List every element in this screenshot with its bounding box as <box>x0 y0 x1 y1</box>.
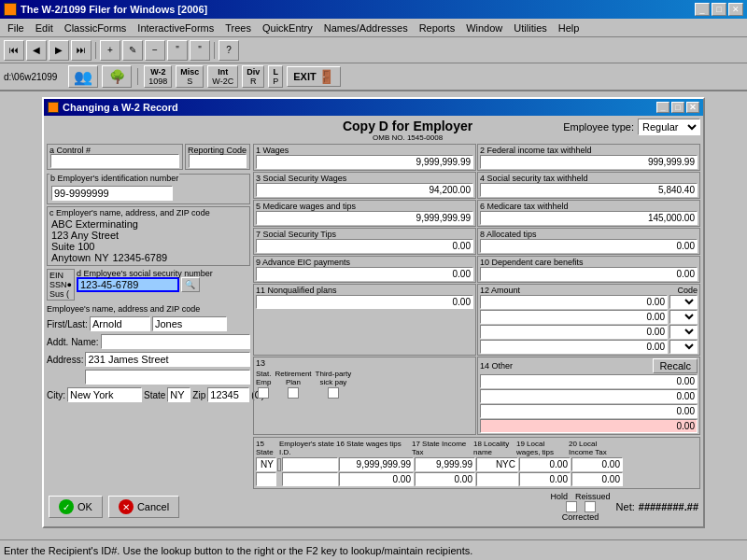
address-input[interactable] <box>85 352 250 367</box>
box12d-code-select[interactable] <box>669 340 698 354</box>
box11-input[interactable] <box>256 295 473 309</box>
control-input[interactable] <box>50 154 179 168</box>
dialog-close-btn[interactable]: ✕ <box>686 102 699 113</box>
copy-btn[interactable]: " <box>167 40 188 61</box>
box10-input[interactable] <box>480 267 698 281</box>
nav-next-btn[interactable]: ▶ <box>49 40 69 61</box>
box4-input[interactable] <box>480 183 698 197</box>
ssn-lookup-btn[interactable]: 🔍 <box>181 277 200 292</box>
last-name-input[interactable] <box>152 316 227 331</box>
box12b-input[interactable] <box>480 310 668 324</box>
box18-input2[interactable] <box>476 472 518 486</box>
box12d-input[interactable] <box>480 340 668 354</box>
addt-name-input[interactable] <box>101 334 250 349</box>
edit-btn[interactable]: ✎ <box>122 40 143 61</box>
box20-input2[interactable] <box>571 472 623 486</box>
box19-input[interactable] <box>519 457 571 471</box>
cancel-button[interactable]: ✕ Cancel <box>108 496 179 518</box>
int-form-btn[interactable]: Int W-2C <box>207 65 238 88</box>
w2-form-btn[interactable]: W-2 1098 <box>144 65 172 88</box>
box3-input[interactable] <box>256 183 473 197</box>
employee-type-select[interactable]: Regular Statutory Pension 943 <box>638 119 700 135</box>
menu-classicforms[interactable]: ClassicForms <box>59 21 133 35</box>
minimize-btn[interactable]: _ <box>695 3 710 16</box>
box14c-input[interactable] <box>480 404 698 418</box>
ssn-label: d Employee's social security number <box>77 269 213 278</box>
address2-input[interactable] <box>85 370 250 385</box>
hold-checkbox[interactable] <box>566 501 577 512</box>
menu-reports[interactable]: Reports <box>414 21 461 35</box>
add-btn[interactable]: + <box>100 40 120 61</box>
reissued-checkbox[interactable] <box>585 501 596 512</box>
city-input[interactable] <box>67 387 142 402</box>
box12c-code-select[interactable] <box>669 325 698 339</box>
menu-file[interactable]: File <box>2 21 30 35</box>
menu-utilities[interactable]: Utilities <box>508 21 552 35</box>
ssn-input[interactable] <box>77 277 179 292</box>
dialog-maximize-btn[interactable]: □ <box>671 102 684 113</box>
box12a-code-select[interactable] <box>669 295 698 309</box>
ein-input[interactable] <box>51 186 173 201</box>
ok-button[interactable]: ✓ OK <box>49 496 103 518</box>
box9-input[interactable] <box>256 267 473 281</box>
box14a-input[interactable] <box>480 374 698 388</box>
title-bar: The W-2/1099 Filer for Windows [2006] _ … <box>0 0 747 19</box>
box15-ein-input[interactable] <box>282 457 338 471</box>
menu-help[interactable]: Help <box>553 21 585 35</box>
menu-edit[interactable]: Edit <box>30 21 59 35</box>
menu-names[interactable]: Names/Addresses <box>318 21 414 35</box>
box5-input[interactable] <box>256 211 473 225</box>
box7-input[interactable] <box>256 239 473 253</box>
box2-input[interactable] <box>480 155 698 169</box>
box17-input2[interactable] <box>415 472 475 486</box>
close-btn[interactable]: ✕ <box>728 3 743 16</box>
employer-addr2: Suite 100 <box>51 241 246 252</box>
box16-input[interactable] <box>339 457 414 471</box>
box12a-input[interactable] <box>480 295 668 309</box>
menu-interactiveforms[interactable]: InteractiveForms <box>132 21 219 35</box>
delete-btn[interactable]: − <box>145 40 165 61</box>
box8-input[interactable] <box>480 239 698 253</box>
first-name-input[interactable] <box>90 316 150 331</box>
box15-state-input[interactable] <box>256 457 276 471</box>
box15-state-input2[interactable] <box>256 472 276 486</box>
dialog-minimize-btn[interactable]: _ <box>656 102 669 113</box>
box20-input[interactable] <box>571 457 623 471</box>
box16-input2[interactable] <box>339 472 414 486</box>
box13-third-checkbox[interactable] <box>328 387 339 399</box>
maximize-btn[interactable]: □ <box>712 3 726 16</box>
box19-input2[interactable] <box>519 472 571 486</box>
box6-input[interactable] <box>480 211 698 225</box>
box14d-input[interactable] <box>480 419 698 433</box>
box18-input[interactable] <box>476 457 518 471</box>
zip-input[interactable] <box>207 387 249 402</box>
box15-dropdown-btn[interactable] <box>277 458 281 471</box>
box1-input[interactable] <box>256 155 473 169</box>
help-btn[interactable]: ? <box>218 40 239 61</box>
menu-quickentry[interactable]: QuickEntry <box>257 21 318 35</box>
box12b-code-select[interactable] <box>669 310 698 324</box>
reporting-code-input[interactable] <box>189 154 247 168</box>
w2-people-icon[interactable]: 👥 <box>68 65 98 88</box>
box13-ret-checkbox[interactable] <box>288 387 299 399</box>
box17-input[interactable] <box>415 457 475 471</box>
paste-btn[interactable]: " <box>190 40 210 61</box>
recalc-btn[interactable]: Recalc <box>653 358 698 373</box>
hold-label: Hold <box>551 492 569 501</box>
tree-icon[interactable]: 🌳 <box>102 65 132 88</box>
misc-form-btn[interactable]: Misc S <box>176 65 204 88</box>
lp-btn[interactable]: L P <box>268 65 283 88</box>
box15-ein-input2[interactable] <box>282 472 338 486</box>
div-form-btn[interactable]: Div R <box>242 65 264 88</box>
nav-last-btn[interactable]: ⏭ <box>71 40 92 61</box>
nav-first-btn[interactable]: ⏮ <box>4 40 24 61</box>
exit-btn[interactable]: EXIT 🚪 <box>287 66 340 87</box>
box14b-input[interactable] <box>480 389 698 403</box>
app-title: The W-2/1099 Filer for Windows [2006] <box>21 4 207 15</box>
nav-prev-btn[interactable]: ◀ <box>26 40 47 61</box>
state-input[interactable] <box>167 387 190 402</box>
box13-stat-checkbox[interactable] <box>258 387 269 399</box>
menu-window[interactable]: Window <box>460 21 508 35</box>
menu-trees[interactable]: Trees <box>219 21 257 35</box>
box12c-input[interactable] <box>480 325 668 339</box>
